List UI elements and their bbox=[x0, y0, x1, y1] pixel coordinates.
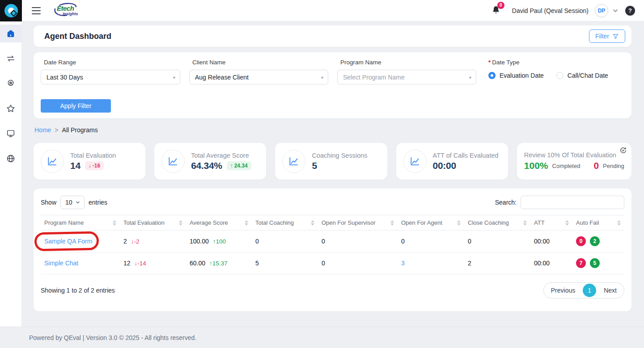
show-label: Show bbox=[41, 199, 56, 206]
page-size-select[interactable]: 10 bbox=[60, 196, 85, 209]
cell-average-score: 100.00 bbox=[190, 238, 209, 245]
auto-fail-red-badge[interactable]: 7 bbox=[576, 258, 586, 268]
col-header-program-name[interactable]: Program Name bbox=[41, 215, 120, 231]
stat-cards-row: Total Evaluation 14 ↓-16 Total bbox=[34, 143, 631, 180]
radio-call-chat-date-label: Call/Chat Date bbox=[568, 72, 608, 79]
sidebar-item-agents[interactable] bbox=[0, 75, 21, 92]
line-chart-icon bbox=[167, 155, 179, 167]
radio-checked-icon bbox=[488, 72, 496, 79]
search-input[interactable] bbox=[521, 196, 624, 209]
next-page-button[interactable]: Next bbox=[597, 283, 624, 298]
sidebar-item-monitoring[interactable] bbox=[0, 125, 21, 143]
sidebar-item-transfers[interactable] bbox=[0, 50, 21, 67]
help-button[interactable]: ? bbox=[625, 6, 635, 16]
notifications-button[interactable]: 0 bbox=[491, 5, 500, 17]
sort-icon bbox=[523, 220, 527, 226]
review-history-icon[interactable] bbox=[619, 147, 627, 154]
col-header-auto-fail[interactable]: Auto Fail bbox=[572, 215, 624, 231]
page-size-value: 10 bbox=[65, 199, 72, 206]
funnel-icon bbox=[612, 33, 619, 40]
arrow-down-icon: ↓ bbox=[89, 163, 91, 169]
programs-table: Program Name Total Evaluation Average Sc… bbox=[41, 215, 624, 274]
filter-button[interactable]: Filter bbox=[589, 29, 625, 43]
cell-total-evaluation: 2 bbox=[123, 238, 127, 245]
footer-text: Powered by QEval | Version 3.0 © 2025 - … bbox=[29, 334, 196, 341]
radio-call-chat-date[interactable]: Call/Chat Date bbox=[556, 72, 608, 79]
entries-summary: Showing 1 to 2 of 2 entries bbox=[41, 287, 115, 294]
menu-toggle-button[interactable] bbox=[32, 7, 41, 14]
cell-open-for-agent-link[interactable]: 3 bbox=[401, 260, 405, 267]
page-header-card: Agent Dashboard Filter bbox=[34, 25, 631, 47]
col-header-open-for-agent[interactable]: Open For Agent bbox=[398, 215, 464, 231]
arrow-down-icon: ↓ bbox=[131, 238, 134, 245]
review-pending-value: 0 bbox=[593, 160, 599, 171]
col-header-close-coaching[interactable]: Close Coaching bbox=[464, 215, 530, 231]
caret-down-icon: ▾ bbox=[173, 75, 175, 80]
icon-circle bbox=[403, 150, 427, 173]
cell-total-coaching: 5 bbox=[255, 260, 259, 267]
sort-icon bbox=[311, 220, 314, 226]
home-icon bbox=[6, 29, 16, 38]
app-root: Etech Insights 0 David Paul (Qeval Sessi… bbox=[0, 0, 644, 348]
icon-circle bbox=[41, 150, 64, 173]
client-name-select[interactable]: Aug Release Client ▾ bbox=[189, 70, 328, 84]
previous-page-button[interactable]: Previous bbox=[544, 283, 582, 298]
auto-fail-green-badge[interactable]: 2 bbox=[590, 236, 600, 246]
current-page-button[interactable]: 1 bbox=[583, 284, 596, 297]
stat-title: ATT of Calls Evaluated bbox=[433, 152, 499, 159]
footer: Powered by QEval | Version 3.0 © 2025 - … bbox=[0, 327, 644, 348]
stat-title: Total Average Score bbox=[191, 152, 251, 159]
auto-fail-green-badge[interactable]: 5 bbox=[590, 258, 600, 268]
program-name-select[interactable]: Select Program Name ▾ bbox=[337, 70, 476, 84]
radio-evaluation-date[interactable]: Evaluation Date bbox=[488, 72, 544, 79]
cell-total-coaching: 0 bbox=[255, 238, 259, 245]
col-header-open-for-supervisor[interactable]: Open For Supervisor bbox=[318, 215, 398, 231]
review-pending-label: Pending bbox=[603, 163, 624, 169]
icon-circle bbox=[161, 150, 185, 173]
program-link-sample-qa-form[interactable]: Sample QA Form bbox=[44, 238, 92, 245]
cell-open-for-agent: 0 bbox=[401, 238, 405, 245]
date-type-label: *Date Type bbox=[488, 59, 608, 66]
sidebar-item-favorites[interactable] bbox=[0, 100, 21, 117]
avatar[interactable]: DP bbox=[595, 4, 608, 17]
program-link-simple-chat[interactable]: Simple Chat bbox=[44, 260, 78, 267]
breadcrumb: Home > All Programs bbox=[34, 126, 631, 134]
col-header-att[interactable]: ATT bbox=[530, 215, 572, 231]
date-range-select[interactable]: Last 30 Days ▾ bbox=[41, 70, 180, 84]
cell-close-coaching: 0 bbox=[468, 238, 471, 245]
stat-card-total-average-score: Total Average Score 64.34% ↑24.34 bbox=[154, 143, 266, 180]
pagination: Previous 1 Next bbox=[543, 282, 624, 298]
col-header-total-coaching[interactable]: Total Coaching bbox=[252, 215, 318, 231]
program-name-label: Program Name bbox=[340, 59, 476, 66]
review-completed-label: Completed bbox=[552, 163, 580, 169]
filter-button-label: Filter bbox=[595, 33, 609, 40]
cell-open-for-supervisor: 0 bbox=[322, 260, 325, 267]
monitor-icon bbox=[6, 129, 16, 138]
line-chart-icon bbox=[288, 155, 300, 167]
etech-insights-logo[interactable]: Etech Insights bbox=[52, 3, 79, 19]
sidebar-item-home[interactable] bbox=[0, 25, 21, 42]
auto-fail-red-badge[interactable]: 0 bbox=[576, 236, 586, 246]
cell-open-for-supervisor: 0 bbox=[322, 238, 325, 245]
client-name-label: Client Name bbox=[192, 59, 328, 66]
delta-up: ↑15.37 bbox=[209, 260, 228, 267]
notification-badge: 0 bbox=[497, 2, 504, 9]
user-menu-chevron-down-icon[interactable] bbox=[612, 7, 619, 14]
stat-title: Review 10% Of Total Evaluation bbox=[524, 151, 616, 159]
sort-icon bbox=[113, 220, 116, 226]
col-header-total-evaluation[interactable]: Total Evaluation bbox=[120, 215, 186, 231]
sort-icon bbox=[245, 220, 248, 226]
sidebar-item-global[interactable] bbox=[0, 150, 21, 168]
qeval-logo[interactable] bbox=[0, 0, 22, 21]
date-range-value: Last 30 Days bbox=[47, 74, 83, 81]
arrow-up-icon: ↑ bbox=[230, 163, 233, 169]
sidebar bbox=[0, 21, 22, 327]
cell-close-coaching: 2 bbox=[468, 260, 471, 267]
breadcrumb-home-link[interactable]: Home bbox=[34, 126, 51, 134]
col-header-average-score[interactable]: Average Score bbox=[186, 215, 252, 231]
apply-filter-button[interactable]: Apply Filter bbox=[41, 99, 111, 113]
caret-down-icon: ▾ bbox=[469, 75, 471, 80]
q-logo-icon bbox=[4, 4, 18, 17]
program-name-placeholder: Select Program Name bbox=[343, 74, 405, 81]
brand-name: Etech bbox=[57, 4, 74, 12]
